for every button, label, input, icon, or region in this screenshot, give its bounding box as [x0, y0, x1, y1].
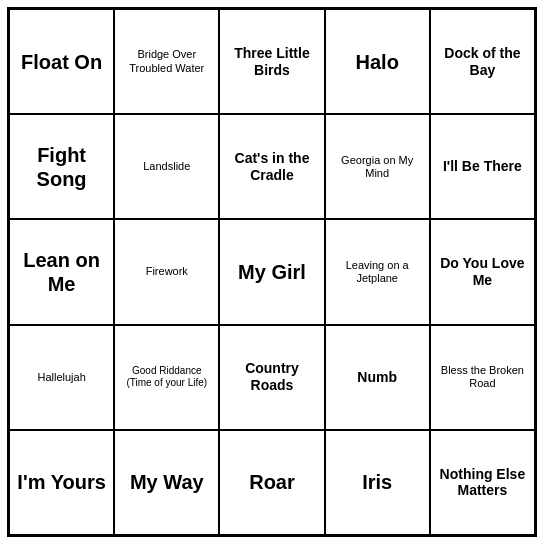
- bingo-cell-19: Bless the Broken Road: [430, 325, 535, 430]
- bingo-cell-12: My Girl: [219, 219, 324, 324]
- bingo-cell-3: Halo: [325, 9, 430, 114]
- bingo-cell-0: Float On: [9, 9, 114, 114]
- bingo-cell-4: Dock of the Bay: [430, 9, 535, 114]
- bingo-cell-16: Good Riddance (Time of your Life): [114, 325, 219, 430]
- bingo-cell-17: Country Roads: [219, 325, 324, 430]
- bingo-cell-6: Landslide: [114, 114, 219, 219]
- bingo-cell-13: Leaving on a Jetplane: [325, 219, 430, 324]
- bingo-cell-11: Firework: [114, 219, 219, 324]
- bingo-cell-21: My Way: [114, 430, 219, 535]
- bingo-cell-8: Georgia on My Mind: [325, 114, 430, 219]
- bingo-cell-9: I'll Be There: [430, 114, 535, 219]
- bingo-cell-22: Roar: [219, 430, 324, 535]
- bingo-cell-18: Numb: [325, 325, 430, 430]
- bingo-cell-1: Bridge Over Troubled Water: [114, 9, 219, 114]
- bingo-cell-2: Three Little Birds: [219, 9, 324, 114]
- bingo-cell-24: Nothing Else Matters: [430, 430, 535, 535]
- bingo-cell-15: Hallelujah: [9, 325, 114, 430]
- bingo-cell-20: I'm Yours: [9, 430, 114, 535]
- bingo-board: Float OnBridge Over Troubled WaterThree …: [7, 7, 537, 537]
- bingo-cell-23: Iris: [325, 430, 430, 535]
- bingo-cell-14: Do You Love Me: [430, 219, 535, 324]
- bingo-cell-5: Fight Song: [9, 114, 114, 219]
- bingo-cell-10: Lean on Me: [9, 219, 114, 324]
- bingo-cell-7: Cat's in the Cradle: [219, 114, 324, 219]
